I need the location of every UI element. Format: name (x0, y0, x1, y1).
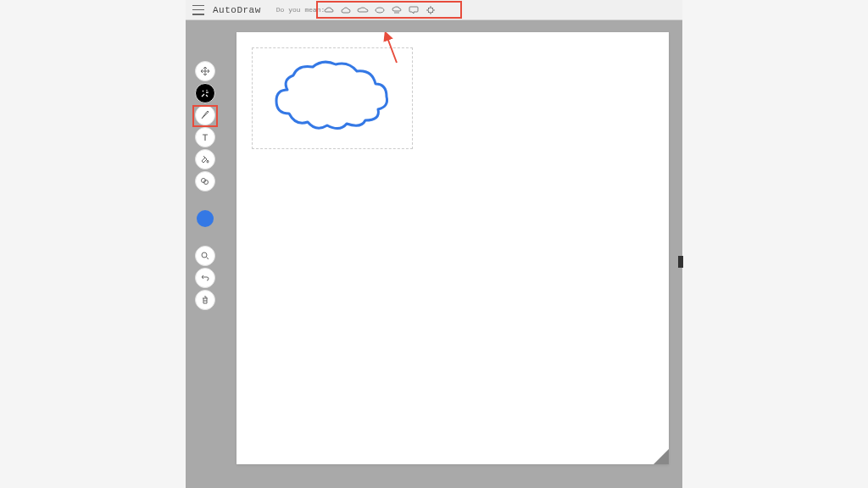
suggestion-speech-icon[interactable] (408, 5, 420, 15)
toolbar (186, 20, 225, 488)
suggestion-cloud-3-icon[interactable] (357, 5, 369, 15)
toolbar-bottom (195, 246, 215, 310)
app-window: AutoDraw Do you mean: (186, 0, 682, 488)
user-drawing-cloud[interactable] (264, 54, 399, 139)
scroll-handle[interactable] (678, 256, 683, 268)
zoom-tool[interactable] (195, 246, 215, 266)
canvas-area (225, 20, 682, 488)
header-bar: AutoDraw Do you mean: (186, 0, 682, 20)
menu-icon[interactable] (192, 5, 204, 15)
app-title: AutoDraw (213, 5, 261, 15)
undo-tool[interactable] (195, 268, 215, 288)
shape-tool[interactable] (195, 171, 215, 191)
text-tool[interactable] (195, 127, 215, 147)
suggestion-gear-icon[interactable] (425, 5, 437, 15)
delete-tool[interactable] (195, 290, 215, 310)
suggestion-cloud-1-icon[interactable] (323, 5, 335, 15)
move-tool[interactable] (195, 61, 215, 81)
svg-point-5 (202, 252, 207, 258)
workspace (186, 20, 682, 488)
svg-point-0 (376, 8, 384, 13)
draw-tool[interactable] (195, 105, 215, 125)
color-picker[interactable] (197, 210, 214, 227)
fill-tool[interactable] (195, 149, 215, 169)
resize-corner[interactable] (654, 449, 669, 464)
canvas[interactable] (236, 32, 669, 464)
suggestion-thought-icon[interactable] (374, 5, 386, 15)
autodraw-tool[interactable] (195, 83, 215, 103)
svg-point-2 (207, 92, 208, 93)
suggestions-highlight (316, 1, 462, 19)
suggestion-cloud-2-icon[interactable] (340, 5, 352, 15)
suggestion-rain-icon[interactable] (391, 5, 403, 15)
